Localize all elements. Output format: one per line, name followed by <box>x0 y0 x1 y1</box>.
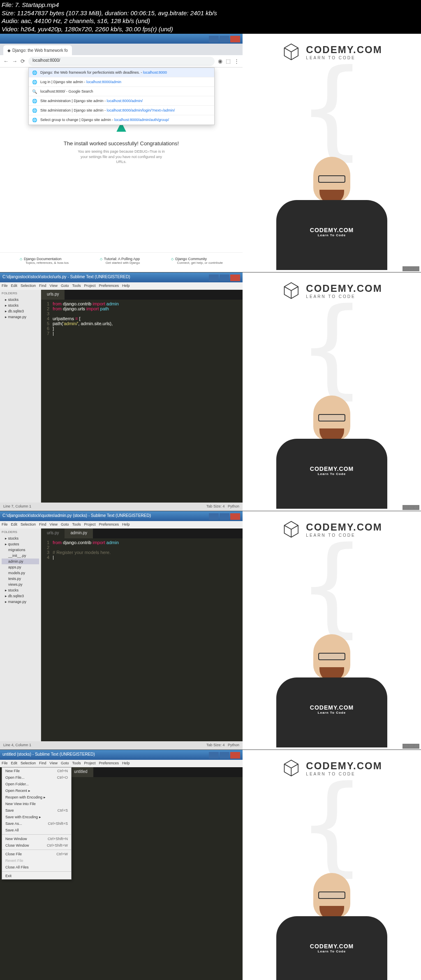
menubar[interactable]: FileEditSelectionFindViewGotoToolsProjec… <box>0 521 243 528</box>
minimize-button[interactable] <box>209 36 219 42</box>
sidebar-item[interactable]: admin.py <box>2 559 39 564</box>
menu-item[interactable]: File <box>2 284 8 288</box>
file-menu-item[interactable]: Save All <box>2 827 71 833</box>
file-menu-item[interactable]: New FileCtrl+N <box>2 768 71 774</box>
menu-item[interactable]: Find <box>39 284 46 288</box>
editor-tab[interactable]: admin.py <box>65 528 93 538</box>
address-suggestion[interactable]: 🌐Django: the Web framework for perfectio… <box>29 68 214 77</box>
file-menu-item[interactable]: Open Recent ▸ <box>2 787 71 794</box>
menubar[interactable]: FileEditSelectionFindViewGotoToolsProjec… <box>0 282 243 290</box>
back-icon[interactable]: ← <box>3 58 9 64</box>
folder-sidebar[interactable]: FOLDERS ▸ stocks▸ stocks▸ db.sqlite3▸ ma… <box>0 290 41 503</box>
editor-tab[interactable]: untitled <box>68 767 93 777</box>
sidebar-item[interactable]: __init__.py <box>2 553 39 559</box>
menu-item[interactable]: Tools <box>72 284 81 288</box>
menu-item[interactable]: Edit <box>11 522 18 526</box>
minimize-button[interactable] <box>209 275 219 281</box>
menu-item[interactable]: Help <box>122 522 130 526</box>
editor-tab[interactable]: urls.py <box>41 290 65 300</box>
menu-item[interactable]: Edit <box>11 761 18 765</box>
file-menu-item[interactable]: New WindowCtrl+Shift+N <box>2 836 71 842</box>
maximize-button[interactable] <box>220 275 229 281</box>
statusbar: Line 7, Column 1Tab Size: 4 Python <box>0 503 243 511</box>
sidebar-item[interactable]: migrations <box>2 547 39 553</box>
cast-icon[interactable]: ⬚ <box>226 58 231 64</box>
sidebar-item[interactable]: ▸ stocks <box>2 303 39 308</box>
sidebar-item[interactable]: tests.py <box>2 576 39 582</box>
sidebar-item[interactable]: views.py <box>2 582 39 587</box>
menu-item[interactable]: Project <box>84 761 95 765</box>
reload-icon[interactable]: ⟳ <box>21 58 25 64</box>
sidebar-item[interactable]: ▸ db.sqlite3 <box>2 593 39 599</box>
menu-item[interactable]: Selection <box>21 761 36 765</box>
menu-item[interactable]: Project <box>84 522 95 526</box>
menu-item[interactable]: Help <box>122 761 130 765</box>
file-menu-item[interactable]: SaveCtrl+S <box>2 807 71 814</box>
footer-link[interactable]: ◇Django DocumentationTopics, references,… <box>20 257 69 265</box>
sidebar-item[interactable]: ▸ manage.py <box>2 599 39 605</box>
menu-item[interactable]: Find <box>39 522 46 526</box>
menu-item[interactable]: Tools <box>72 522 81 526</box>
menu-item[interactable]: Help <box>122 284 130 288</box>
menu-item[interactable]: Goto <box>61 761 69 765</box>
extension-icon[interactable]: ◉ <box>218 58 222 64</box>
menu-item[interactable]: Edit <box>11 284 18 288</box>
file-menu-item[interactable]: Exit <box>2 873 71 879</box>
file-menu-item[interactable]: Save with Encoding ▸ <box>2 814 71 820</box>
address-suggestion[interactable]: 🌐Log in | Django site admin - localhost:… <box>29 77 214 87</box>
file-menu-item[interactable]: Close FileCtrl+W <box>2 851 71 857</box>
sidebar-item[interactable]: ▸ manage.py <box>2 314 39 320</box>
file-menu-item[interactable]: Save As...Ctrl+Shift+S <box>2 820 71 827</box>
file-menu-item[interactable]: New View into File <box>2 801 71 807</box>
menu-item[interactable]: Goto <box>61 284 69 288</box>
menu-item[interactable]: View <box>50 761 58 765</box>
menu-item[interactable]: Goto <box>61 522 69 526</box>
editor-tab[interactable]: urls.py <box>41 528 65 538</box>
browser-tab[interactable]: ◆Django: the Web framework fo <box>3 45 72 55</box>
sidebar-item[interactable]: ▸ db.sqlite3 <box>2 308 39 314</box>
browser-window: ◆Django: the Web framework fo ← → ⟳ loca… <box>0 34 243 272</box>
file-menu-item[interactable]: Open File...Ctrl+O <box>2 774 71 781</box>
brace-decoration: { <box>300 71 364 146</box>
sidebar-item[interactable]: ▸ stocks <box>2 297 39 303</box>
sidebar-item[interactable]: models.py <box>2 570 39 576</box>
sidebar-item[interactable]: apps.py <box>2 564 39 570</box>
menu-item[interactable]: Selection <box>21 284 36 288</box>
menu-item[interactable]: Preferences <box>99 522 119 526</box>
file-menu-item[interactable]: Close WindowCtrl+Shift+W <box>2 842 71 849</box>
file-menu-item[interactable]: Close All Files <box>2 864 71 871</box>
code-editor[interactable]: 1from django.contrib import admin23# Reg… <box>41 538 243 561</box>
menu-item[interactable]: File <box>2 761 8 765</box>
menu-icon[interactable]: ⋮ <box>234 58 239 64</box>
menu-item[interactable]: Preferences <box>99 284 119 288</box>
menu-item[interactable]: Preferences <box>99 761 119 765</box>
footer-link[interactable]: ◇Tutorial: A Polling AppGet started with… <box>100 257 140 265</box>
address-suggestion[interactable]: 🌐Select group to change | Django site ad… <box>29 115 214 125</box>
address-suggestion[interactable]: 🌐Site administration | Django site admin… <box>29 106 214 115</box>
sidebar-item[interactable]: ▸ quotes <box>2 541 39 547</box>
address-bar[interactable]: localhost:8000/ 🌐Django: the Web framewo… <box>28 57 215 66</box>
code-editor[interactable]: 1from django.contrib import admin2from d… <box>41 300 243 338</box>
menu-item[interactable]: File <box>2 522 8 526</box>
file-menu-item[interactable]: Reopen with Encoding ▸ <box>2 794 71 801</box>
menu-item[interactable]: View <box>50 522 58 526</box>
file-menu-item[interactable]: Open Folder... <box>2 781 71 787</box>
menu-item[interactable]: Selection <box>21 522 36 526</box>
menu-item[interactable]: Project <box>84 284 95 288</box>
footer-link[interactable]: ◇Django CommunityConnect, get help, or c… <box>171 257 223 265</box>
maximize-button[interactable] <box>220 36 229 42</box>
menu-item[interactable]: View <box>50 284 58 288</box>
address-suggestion[interactable]: 🌐Site administration | Django site admin… <box>29 96 214 106</box>
sublime-window: C:\djangostock\stock\stocks\urls.py - Su… <box>0 272 243 511</box>
close-button[interactable] <box>230 275 240 281</box>
forward-icon[interactable]: → <box>12 58 17 64</box>
sidebar-item[interactable]: ▸ stocks <box>2 535 39 541</box>
file-menu-dropdown[interactable]: New FileCtrl+NOpen File...Ctrl+OOpen Fol… <box>2 767 72 880</box>
menu-item[interactable]: Tools <box>72 761 81 765</box>
menubar[interactable]: FileEditSelectionFindViewGotoToolsProjec… <box>0 760 243 767</box>
folder-sidebar[interactable]: FOLDERS▸ stocks▸ quotesmigrations__init_… <box>0 528 41 741</box>
sidebar-item[interactable]: ▸ stocks <box>2 587 39 593</box>
menu-item[interactable]: Find <box>39 761 46 765</box>
close-button[interactable] <box>230 36 240 42</box>
address-suggestion[interactable]: 🔍localhost:8000/ - Google Search <box>29 87 214 96</box>
